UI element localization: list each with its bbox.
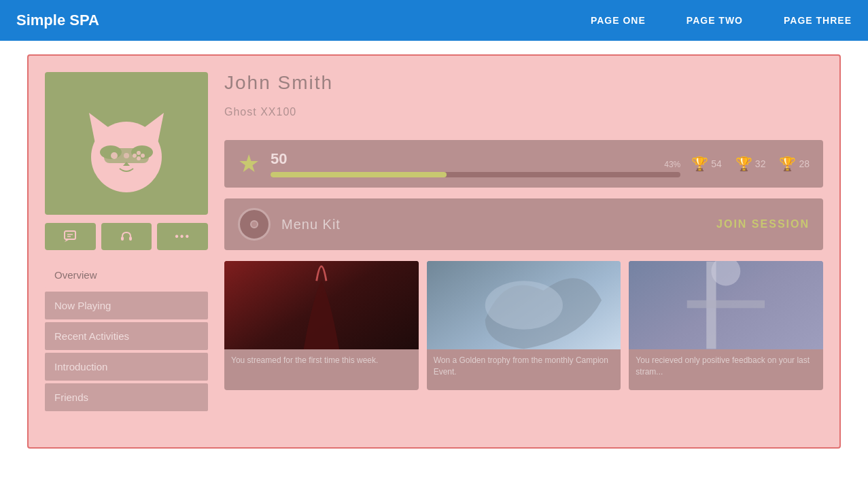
svg-point-12 <box>124 153 129 158</box>
activity-card-2: Won a Golden trophy from the monthly Cam… <box>427 261 621 390</box>
nav-link-page-three[interactable]: PAGE THREE <box>784 15 852 26</box>
brand-title: Simple SPA <box>16 12 99 29</box>
left-sidebar: ••• Overview Now Playing Recent Activiti… <box>45 72 208 431</box>
activity-card-3: You recieved only positive feedback on y… <box>629 261 823 390</box>
nav-link-page-one[interactable]: PAGE ONE <box>591 15 646 26</box>
card-caption-3: You recieved only positive feedback on y… <box>629 349 823 390</box>
navbar: Simple SPA PAGE ONE PAGE TWO PAGE THREE <box>0 0 868 41</box>
disc-inner <box>250 220 258 228</box>
card-art-2 <box>427 261 621 349</box>
svg-point-8 <box>137 151 141 155</box>
nav-links: PAGE ONE PAGE TWO PAGE THREE <box>591 15 852 26</box>
headset-icon <box>120 230 133 243</box>
xp-bar-track: 43% <box>271 172 680 177</box>
trophy-gold-count: 54 <box>711 158 722 169</box>
activity-cards: You streamed for the first time this wee… <box>224 261 823 390</box>
svg-point-7 <box>111 152 118 159</box>
nav-item-overview[interactable]: Overview <box>45 261 208 289</box>
card-image-2 <box>427 261 621 349</box>
avatar <box>45 72 208 215</box>
right-content: John Smith Ghost XX100 ★ 50 43% 🏆 54 <box>224 72 823 431</box>
svg-point-11 <box>133 154 137 158</box>
xp-level: 50 <box>271 150 680 168</box>
action-buttons: ••• <box>45 223 208 250</box>
nav-item-recent-activities[interactable]: Recent Activities <box>45 322 208 350</box>
nav-link-page-two[interactable]: PAGE TWO <box>687 15 743 26</box>
now-playing-panel: Menu Kit JOIN SESSION <box>224 198 823 250</box>
main-container: ••• Overview Now Playing Recent Activiti… <box>0 41 868 462</box>
card-caption-2: Won a Golden trophy from the monthly Cam… <box>427 349 621 390</box>
trophy-gold-item: 🏆 54 <box>691 156 722 172</box>
profile-name: John Smith <box>224 72 823 94</box>
svg-rect-25 <box>687 300 765 308</box>
card-art-1 <box>224 261 419 349</box>
activity-card-1: You streamed for the first time this wee… <box>224 261 419 390</box>
svg-rect-17 <box>121 237 124 241</box>
nav-item-now-playing[interactable]: Now Playing <box>45 292 208 319</box>
more-icon: ••• <box>175 230 190 243</box>
nav-menu: Overview Now Playing Recent Activities I… <box>45 261 208 411</box>
card-art-3 <box>629 261 823 349</box>
disc-icon <box>238 208 271 241</box>
now-playing-title: Menu Kit <box>281 217 706 232</box>
avatar-icon <box>75 92 177 194</box>
svg-point-22 <box>485 281 562 329</box>
trophy-silver-count: 32 <box>755 158 766 169</box>
xp-bar-fill <box>271 172 447 177</box>
card-image-1 <box>224 261 419 349</box>
svg-point-9 <box>141 154 145 158</box>
svg-point-10 <box>137 156 141 160</box>
trophy-bronze-count: 28 <box>799 158 810 169</box>
trophy-silver-item: 🏆 32 <box>735 156 766 172</box>
headset-button[interactable] <box>101 223 152 250</box>
trophy-gold-icon: 🏆 <box>691 156 708 172</box>
xp-star-icon: ★ <box>238 150 260 178</box>
more-button[interactable]: ••• <box>157 223 208 250</box>
xp-panel: ★ 50 43% 🏆 54 🏆 32 <box>224 140 823 188</box>
trophy-bronze-icon: 🏆 <box>779 156 796 172</box>
card-caption-1: You streamed for the first time this wee… <box>224 349 419 390</box>
card-image-3 <box>629 261 823 349</box>
svg-rect-13 <box>65 231 75 239</box>
profile-card: ••• Overview Now Playing Recent Activiti… <box>27 54 841 449</box>
xp-bar-section: 50 43% <box>271 150 680 177</box>
trophy-silver-icon: 🏆 <box>735 156 752 172</box>
svg-rect-18 <box>129 237 132 241</box>
trophy-section: 🏆 54 🏆 32 🏆 28 <box>691 156 810 172</box>
trophy-bronze-item: 🏆 28 <box>779 156 810 172</box>
nav-item-introduction[interactable]: Introduction <box>45 353 208 381</box>
chat-icon <box>63 230 77 243</box>
xp-percent: 43% <box>664 160 680 169</box>
nav-item-friends[interactable]: Friends <box>45 383 208 411</box>
profile-handle: Ghost XX100 <box>224 106 823 118</box>
join-session-button[interactable]: JOIN SESSION <box>716 218 810 230</box>
chat-button[interactable] <box>45 223 96 250</box>
